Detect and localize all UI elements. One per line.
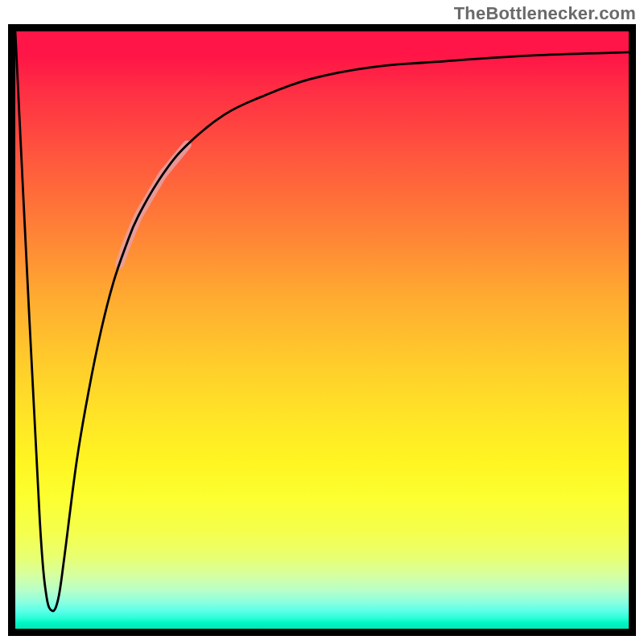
attribution-label: TheBottlenecker.com bbox=[454, 3, 636, 24]
curve-highlight-segment bbox=[120, 145, 188, 264]
bottleneck-curve bbox=[15, 31, 629, 611]
chart-svg bbox=[15, 31, 629, 629]
chart-plot-area bbox=[8, 24, 636, 636]
